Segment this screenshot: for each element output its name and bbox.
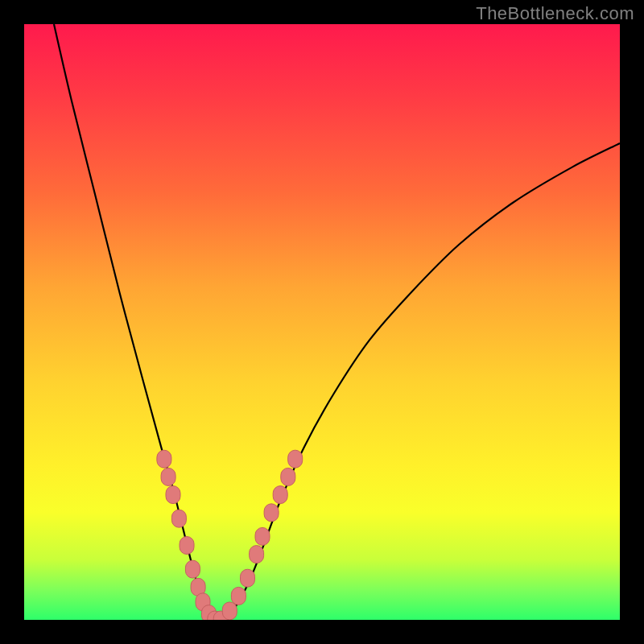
data-marker (281, 468, 295, 485)
plot-area (24, 24, 620, 620)
data-marker (180, 537, 194, 555)
data-marker (241, 569, 255, 587)
marker-group-left (157, 450, 222, 620)
data-marker (273, 486, 287, 504)
marker-group-right (213, 450, 303, 620)
data-marker (161, 468, 175, 485)
bottleneck-curve (54, 24, 620, 620)
watermark-text: TheBottleneck.com (476, 3, 634, 24)
curve-layer (24, 24, 620, 620)
data-marker (255, 527, 270, 545)
data-marker (264, 504, 279, 522)
data-marker (185, 560, 200, 578)
data-marker (166, 486, 180, 504)
data-marker (222, 602, 237, 620)
chart-container: TheBottleneck.com (0, 0, 644, 644)
data-marker (157, 450, 171, 468)
data-marker (288, 450, 303, 468)
data-marker (171, 510, 186, 527)
data-marker (250, 546, 264, 564)
data-marker (231, 587, 246, 605)
